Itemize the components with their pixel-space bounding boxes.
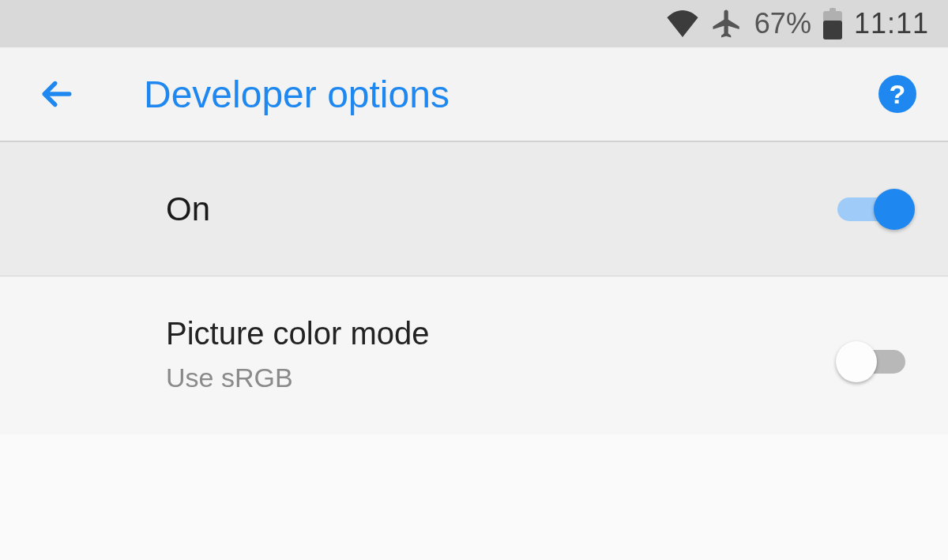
master-toggle-switch[interactable]: [837, 187, 913, 231]
question-mark-icon: ?: [890, 79, 906, 110]
svg-rect-2: [823, 21, 842, 39]
back-button[interactable]: [33, 70, 81, 118]
svg-rect-1: [830, 8, 836, 13]
setting-toggle-switch[interactable]: [837, 340, 913, 384]
setting-row-picture-color-mode[interactable]: Picture color mode Use sRGB: [0, 276, 948, 434]
switch-thumb: [874, 189, 915, 230]
setting-subtitle: Use sRGB: [166, 363, 429, 393]
airplane-mode-icon: [710, 7, 743, 40]
help-button[interactable]: ?: [878, 75, 916, 113]
status-bar: 67% 11:11: [0, 0, 948, 47]
setting-title: Picture color mode: [166, 316, 429, 351]
battery-percentage: 67%: [754, 7, 811, 40]
master-toggle-label: On: [166, 190, 210, 228]
switch-thumb: [836, 341, 877, 382]
clock: 11:11: [854, 7, 929, 40]
setting-text: Picture color mode Use sRGB: [166, 316, 429, 393]
battery-icon: [822, 8, 843, 39]
master-toggle-row[interactable]: On: [0, 142, 948, 276]
page-title: Developer options: [81, 73, 878, 116]
wifi-icon: [666, 10, 699, 37]
app-bar: Developer options ?: [0, 47, 948, 142]
